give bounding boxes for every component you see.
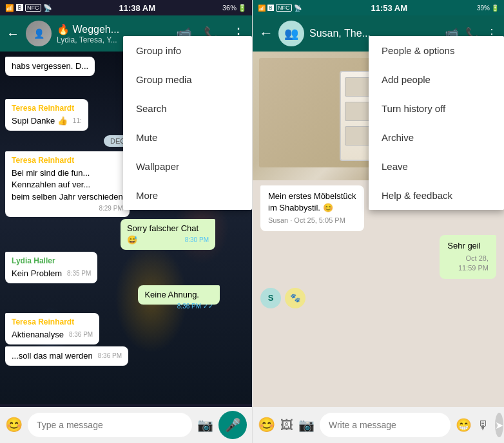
nfc-label: NFC [25, 4, 41, 12]
battery-icon-left: 🔋 [238, 4, 247, 12]
dropdown-item-people-options[interactable]: People & options [369, 36, 504, 65]
msg-right-2: Sehr geil Oct 28, 11:59 PM [440, 235, 496, 279]
battery-pct-left: 36% [222, 4, 237, 12]
camera-button-left[interactable]: 📷 [197, 417, 213, 433]
wifi-icon: 📡 [43, 4, 52, 12]
bottom-bar-left: 😊 📷 🎤 [0, 407, 252, 443]
msg-bubble-5: Sorry falscher Chat 😅 8:30 PM [121, 219, 215, 250]
gallery-icon-right[interactable]: 🖼 [280, 418, 293, 433]
mic-fab-left[interactable]: 🎤 [218, 411, 247, 439]
sticker-icon-right[interactable]: 😁 [456, 417, 472, 433]
msg-right-1: Mein erstes Möbelstückim Shabbystil. 😊 S… [260, 185, 364, 231]
mic-icon-left: 🎤 [225, 417, 241, 433]
emoji-button-right[interactable]: 😊 [258, 417, 275, 433]
right-panel: 📶 🅱 NFC 📡 11:53 AM 39% 🔋 ← 👥 Susan, The.… [252, 0, 504, 443]
dropdown-item-group-media[interactable]: Group media [123, 65, 252, 94]
bottom-bar-right: 😊 🖼 📷 😁 🎙 ➤ [253, 407, 504, 443]
status-icons-left: 📶 🅱 NFC 📡 [5, 4, 52, 12]
battery-pct-right: 39% [477, 5, 490, 12]
msg-text-1: habs vergessen. D... [12, 61, 88, 71]
dropdown-item-help-feedback[interactable]: Help & feedback [369, 181, 504, 210]
msg-right-text-2: Sehr geil [447, 240, 489, 252]
battery-left: 36% 🔋 [222, 4, 247, 12]
msg-text-3: Supi Danke 👍 [12, 116, 68, 126]
msg-time-4: 8:29 PM [99, 204, 122, 213]
msg-sender-3: Teresa Reinhardt [12, 103, 82, 114]
battery-right: 39% 🔋 [477, 5, 499, 12]
msg-bubble-7: Keine Ahnung. 8:36 PM ✓✓ [138, 285, 219, 305]
signal-icon-left: 📶 [5, 4, 14, 12]
msg-bubble-9: ...soll das mal werden 8:36 PM [5, 346, 128, 366]
dropdown-item-add-people[interactable]: Add people [369, 65, 504, 94]
message-input-left[interactable] [28, 413, 192, 437]
status-bar-right: 📶 🅱 NFC 📡 11:53 AM 39% 🔋 [253, 0, 504, 15]
msg-time-9: 8:36 PM [98, 352, 122, 361]
signal-icon-right: 📶 [258, 5, 266, 12]
mic-icon-right[interactable]: 🎙 [477, 418, 490, 433]
participant-s-label: S [268, 293, 274, 303]
msg-sender-6: Lydia Haller [12, 256, 91, 267]
dropdown-menu-left: Group info Group media Search Mute Wallp… [123, 36, 252, 210]
dropdown-item-search[interactable]: Search [123, 94, 252, 123]
nfc-label-right: NFC [276, 4, 292, 12]
participant-s: S [260, 288, 281, 308]
dropdown-menu-right: People & options Add people Turn history… [369, 36, 504, 210]
dropdown-item-archive[interactable]: Archive [369, 123, 504, 152]
msg-bubble-8: Teresa Reinhardt Aktienanalyse 8:36 PM [5, 313, 99, 344]
msg-right-meta-1: Susan · Oct 25, 5:05 PM [268, 216, 356, 225]
msg-right-meta-2: Oct 28, 11:59 PM [447, 254, 489, 274]
msg-text-7: Keine Ahnung. [144, 290, 199, 299]
avatar-left: 👤 [26, 21, 52, 46]
dropdown-item-more[interactable]: More [123, 181, 252, 210]
msg-bubble-1: habs vergessen. D... [5, 57, 95, 76]
msg-text-4: Bei mir sind die fun...Kennzahlen auf ve… [12, 167, 123, 203]
dropdown-item-turn-history-off[interactable]: Turn history off [369, 94, 504, 123]
send-button-right[interactable]: ➤ [495, 413, 503, 437]
time-left: 11:38 AM [119, 3, 155, 13]
msg-sender-4: Teresa Reinhardt [12, 155, 123, 166]
bluetooth-icon: 🅱 [16, 4, 23, 12]
dropdown-item-group-info[interactable]: Group info [123, 36, 252, 65]
participants-row: S 🐾 [253, 284, 504, 312]
msg-time-5: 8:30 PM [185, 236, 209, 245]
dropdown-item-wallpaper[interactable]: Wallpaper [123, 152, 252, 181]
msg-bubble-4: Teresa Reinhardt Bei mir sind die fun...… [5, 151, 130, 216]
msg-time-6: 8:35 PM [67, 269, 91, 278]
msg-bubble-6: Lydia Haller Kein Problem 8:35 PM [5, 252, 97, 283]
dropdown-item-leave[interactable]: Leave [369, 152, 504, 181]
msg-time-8: 8:36 PM [69, 330, 93, 339]
msg-text-8: Aktienanalyse [12, 330, 64, 339]
left-panel: 📶 🅱 NFC 📡 11:38 AM 36% 🔋 ← 👤 🔥 Weggeh...… [0, 0, 252, 443]
status-icons-right: 📶 🅱 NFC 📡 [258, 4, 302, 12]
time-right: 11:53 AM [371, 3, 407, 13]
msg-bubble-3: Teresa Reinhardt Supi Danke 👍 11: [5, 99, 88, 131]
group-name-left[interactable]: 🔥 Weggeh... [57, 23, 171, 35]
dropdown-item-mute[interactable]: Mute [123, 123, 252, 152]
camera-icon-right[interactable]: 📷 [298, 417, 315, 433]
wifi-icon-right: 📡 [294, 5, 302, 12]
msg-time-7: 8:36 PM ✓✓ [177, 302, 213, 311]
send-icon-right: ➤ [495, 419, 503, 431]
participant-pet: 🐾 [285, 288, 305, 308]
message-input-right[interactable] [320, 413, 451, 437]
msg-text-9: ...soll das mal werden [12, 351, 93, 361]
participant-pet-label: 🐾 [290, 293, 300, 303]
status-bar-left: 📶 🅱 NFC 📡 11:38 AM 36% 🔋 [0, 0, 252, 15]
battery-icon-right: 🔋 [491, 5, 499, 12]
back-arrow-right[interactable]: ← [259, 25, 273, 42]
msg-sender-8: Teresa Reinhardt [12, 317, 93, 328]
msg-text-6: Kein Problem [12, 269, 62, 278]
group-avatar-right: 👥 [278, 21, 304, 46]
msg-right-text-1: Mein erstes Möbelstückim Shabbystil. 😊 [268, 191, 356, 214]
msg-time-3: 11: [73, 117, 82, 126]
emoji-button-left[interactable]: 😊 [5, 417, 23, 433]
bt-icon-right: 🅱 [267, 5, 274, 12]
back-arrow-left[interactable]: ← [6, 26, 19, 41]
